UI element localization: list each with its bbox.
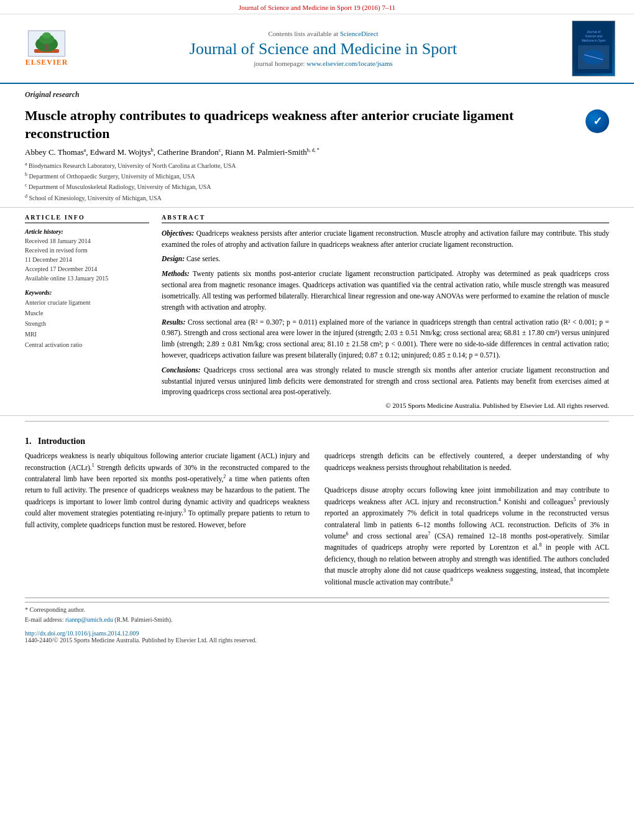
keyword-mri: MRI: [25, 329, 149, 339]
conclusions-label: Conclusions:: [162, 366, 201, 374]
accepted-date: Accepted 17 December 2014: [25, 264, 149, 274]
affiliation-a: a Biodynamics Research Laboratory, Unive…: [25, 160, 573, 171]
article-title-section: Muscle atrophy contributes to quadriceps…: [0, 102, 634, 208]
keyword-acl: Anterior cruciate ligament: [25, 297, 149, 308]
body-col-left: Quadriceps weakness is nearly ubiquitous…: [25, 450, 310, 588]
received-revised-date: 11 December 2014: [25, 255, 149, 264]
available-online: Available online 13 January 2015: [25, 274, 149, 283]
objectives-text: Quadriceps weakness persists after anter…: [162, 229, 609, 248]
abstract-column: ABSTRACT Objectives: Quadriceps weakness…: [162, 214, 609, 409]
svg-text:Science and: Science and: [585, 34, 602, 38]
intro-para-col1: Quadriceps weakness is nearly ubiquitous…: [25, 450, 310, 530]
history-label: Article history:: [25, 228, 149, 235]
homepage-url[interactable]: www.elsevier.com/locate/jsams: [306, 60, 393, 67]
crossmark-logo[interactable]: ✓: [586, 109, 609, 133]
intro-section-title: 1. Introduction: [25, 436, 609, 446]
intro-para-col2b: Quadriceps disuse atrophy occurs followi…: [324, 484, 609, 588]
journal-citation-bar: Journal of Science and Medicine in Sport…: [0, 0, 634, 14]
received-revised-label: Received in revised form: [25, 246, 149, 255]
svg-text:Medicine in Sport: Medicine in Sport: [582, 39, 606, 42]
abstract-results: Results: Cross sectional area (R² = 0.30…: [162, 317, 609, 361]
section-divider: [25, 421, 609, 422]
svg-text:Journal of: Journal of: [587, 30, 601, 34]
keywords-label: Keywords:: [25, 289, 149, 296]
objectives-label: Objectives:: [162, 229, 194, 237]
article-type: Original research: [0, 84, 634, 102]
journal-center-header: Contents lists available at ScienceDirec…: [75, 30, 572, 67]
abstract-methods: Methods: Twenty patients six months post…: [162, 269, 609, 313]
journal-cover-image: Journal of Science and Medicine in Sport: [572, 21, 615, 76]
keywords-section: Keywords: Anterior cruciate ligament Mus…: [25, 289, 149, 350]
elsevier-logo: ELSEVIER: [19, 30, 75, 67]
results-text: Cross sectional area (R² = 0.307; p = 0.…: [162, 318, 609, 359]
affiliation-d: d School of Kinesiology, University of M…: [25, 193, 573, 203]
methods-text: Twenty patients six months post-anterior…: [162, 270, 609, 310]
corresponding-note: * Corresponding author.: [25, 605, 609, 615]
journal-citation: Journal of Science and Medicine in Sport…: [239, 4, 395, 11]
affiliation-c: c Department of Musculoskeletal Radiolog…: [25, 182, 573, 192]
article-info-column: ARTICLE INFO Article history: Received 1…: [25, 214, 149, 409]
sciencedirect-link: Contents lists available at ScienceDirec…: [75, 30, 572, 37]
body-two-col: Quadriceps weakness is nearly ubiquitous…: [25, 450, 609, 588]
email-note: E-mail address: riannp@umich.edu (R.M. P…: [25, 615, 609, 625]
doi-anchor[interactable]: http://dx.doi.org/10.1016/j.jsams.2014.1…: [25, 630, 139, 637]
section-title: Introduction: [38, 436, 85, 446]
journal-title: Journal of Science and Medicine in Sport: [75, 40, 572, 58]
abstract-heading: ABSTRACT: [162, 214, 609, 223]
abstract-conclusions: Conclusions: Quadriceps cross sectional …: [162, 365, 609, 398]
abstract-copyright: © 2015 Sports Medicine Australia. Publis…: [162, 402, 609, 409]
doi-section: http://dx.doi.org/10.1016/j.jsams.2014.1…: [0, 625, 634, 646]
keyword-strength: Strength: [25, 318, 149, 329]
svg-rect-4: [45, 44, 48, 50]
results-label: Results:: [162, 318, 185, 326]
journal-header: ELSEVIER Contents lists available at Sci…: [0, 14, 634, 84]
received-date: Received 18 January 2014: [25, 236, 149, 246]
journal-homepage: journal homepage: www.elsevier.com/locat…: [75, 60, 572, 67]
design-text: Case series.: [186, 255, 220, 262]
conclusions-text: Quadriceps cross sectional area was stro…: [162, 366, 609, 396]
article-affiliations: a Biodynamics Research Laboratory, Unive…: [25, 160, 573, 203]
intro-para-col2a: quadriceps strength deficits can be effe…: [324, 450, 609, 473]
footnotes-section: * Corresponding author. E-mail address: …: [25, 598, 609, 625]
doi-link[interactable]: http://dx.doi.org/10.1016/j.jsams.2014.1…: [25, 630, 609, 637]
title-block: Muscle atrophy contributes to quadriceps…: [25, 107, 573, 203]
article-info-abstract: ARTICLE INFO Article history: Received 1…: [0, 208, 634, 416]
body-section: 1. Introduction Quadriceps weakness is n…: [0, 427, 634, 598]
sciencedirect-anchor[interactable]: ScienceDirect: [340, 30, 379, 37]
abstract-design: Design: Case series.: [162, 254, 609, 265]
design-label: Design:: [162, 255, 185, 262]
keyword-muscle: Muscle: [25, 308, 149, 318]
people-text: people: [555, 543, 574, 551]
affiliation-b: b Department of Orthopaedic Surgery, Uni…: [25, 171, 573, 182]
article-authors: Abbey C. Thomasa, Edward M. Wojtysb, Cat…: [25, 147, 573, 157]
article-title: Muscle atrophy contributes to quadriceps…: [25, 107, 573, 142]
email-link[interactable]: riannp@umich.edu: [65, 616, 113, 623]
section-number: 1.: [25, 436, 32, 446]
license-text: 1440-2440/© 2015 Sports Medicine Austral…: [25, 637, 609, 644]
keyword-car: Central activation ratio: [25, 339, 149, 350]
article-info-heading: ARTICLE INFO: [25, 214, 149, 223]
abstract-objectives: Objectives: Quadriceps weakness persists…: [162, 228, 609, 251]
svg-point-3: [42, 32, 51, 39]
elsevier-tree-image: [28, 30, 65, 57]
body-col-right: quadriceps strength deficits can be effe…: [324, 450, 609, 588]
methods-label: Methods:: [162, 270, 190, 277]
elsevier-text: ELSEVIER: [25, 58, 68, 67]
